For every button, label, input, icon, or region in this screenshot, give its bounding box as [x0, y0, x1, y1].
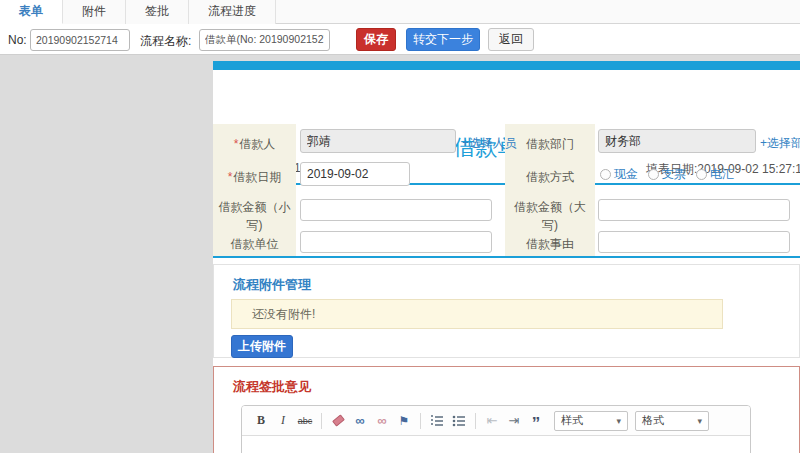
- radio-icon[interactable]: [648, 169, 659, 180]
- attachments-heading: 流程附件管理: [233, 276, 311, 294]
- tab-form[interactable]: 表单: [0, 0, 63, 24]
- strikethrough-icon[interactable]: abc: [296, 411, 314, 431]
- loan-method-group: 现金 支票 电汇: [600, 166, 734, 183]
- toolbar-separator: [420, 413, 421, 429]
- radio-icon[interactable]: [600, 169, 611, 180]
- tab-approval[interactable]: 签批: [126, 0, 189, 24]
- tab-attachments[interactable]: 附件: [63, 0, 126, 24]
- editor-body[interactable]: [242, 436, 750, 453]
- link-icon[interactable]: ∞: [351, 411, 369, 431]
- back-button[interactable]: 返回: [488, 28, 534, 51]
- upload-attachment-button[interactable]: 上传附件: [231, 335, 293, 358]
- screen: 表单 附件 签批 流程进度 No: 流程名称: 保存 转交下一步 返回 借款单 …: [0, 0, 800, 453]
- approval-card: 流程签批意见 B I abc ∞ ∞ ⚑ ⇤ ⇥: [213, 366, 800, 453]
- remove-format-icon[interactable]: [329, 411, 347, 431]
- next-step-button[interactable]: 转交下一步: [406, 28, 480, 51]
- amount-upper-label: 借款金额（大写): [508, 198, 592, 234]
- italic-icon[interactable]: I: [274, 411, 292, 431]
- required-mark: *: [228, 170, 233, 184]
- loan-unit-label: 借款单位: [213, 235, 296, 253]
- no-attachments-alert: 还没有附件!: [231, 299, 723, 329]
- numbered-list-icon[interactable]: [428, 411, 446, 431]
- amount-lower-input[interactable]: [300, 199, 492, 221]
- borrower-input[interactable]: [300, 129, 456, 153]
- chevron-down-icon: ▾: [616, 416, 621, 426]
- divider: [213, 256, 800, 258]
- unlink-icon[interactable]: ∞: [373, 411, 391, 431]
- editor-toolbar: B I abc ∞ ∞ ⚑ ⇤ ⇥ ” 样式: [242, 406, 750, 436]
- bulleted-list-icon[interactable]: [450, 411, 468, 431]
- no-label: No:: [8, 33, 27, 47]
- rich-text-editor: B I abc ∞ ∞ ⚑ ⇤ ⇥ ” 样式: [241, 405, 751, 453]
- radio-icon[interactable]: [696, 169, 707, 180]
- outdent-icon[interactable]: ⇤: [483, 411, 501, 431]
- loan-date-label: *借款日期: [213, 168, 296, 186]
- radio-cash[interactable]: 现金: [600, 166, 638, 183]
- select-department-link[interactable]: +选择部门: [760, 135, 800, 152]
- toolbar: No: 流程名称: 保存 转交下一步 返回: [0, 24, 800, 55]
- chevron-down-icon: ▾: [697, 416, 702, 426]
- loan-date-input[interactable]: [300, 162, 410, 186]
- blockquote-icon[interactable]: ”: [527, 411, 545, 431]
- loan-method-label: 借款方式: [505, 168, 595, 186]
- process-name-label: 流程名称:: [140, 33, 191, 50]
- no-attachments-text: 还没有附件!: [252, 306, 315, 323]
- department-label: 借款部门: [505, 135, 595, 153]
- radio-wire[interactable]: 电汇: [696, 166, 734, 183]
- tab-bar: 表单 附件 签批 流程进度: [0, 0, 800, 24]
- required-mark: *: [234, 137, 239, 151]
- amount-upper-input[interactable]: [598, 199, 790, 221]
- approval-heading: 流程签批意见: [233, 378, 311, 396]
- no-input[interactable]: [30, 29, 130, 51]
- attachments-card: 流程附件管理 还没有附件! 上传附件: [213, 264, 800, 358]
- loan-unit-input[interactable]: [300, 231, 492, 253]
- toolbar-separator: [475, 413, 476, 429]
- borrower-label: *借款人: [213, 135, 296, 153]
- amount-lower-label: 借款金额（小写): [215, 198, 294, 234]
- loan-reason-label: 借款事由: [505, 235, 595, 253]
- tab-progress[interactable]: 流程进度: [189, 0, 276, 24]
- bold-icon[interactable]: B: [252, 411, 270, 431]
- anchor-icon[interactable]: ⚑: [395, 411, 413, 431]
- accent-bar: [213, 61, 800, 70]
- loan-reason-input[interactable]: [598, 231, 790, 253]
- format-dropdown[interactable]: 格式 ▾: [635, 411, 709, 431]
- save-button[interactable]: 保存: [356, 28, 396, 51]
- process-name-input[interactable]: [199, 29, 330, 51]
- indent-icon[interactable]: ⇥: [505, 411, 523, 431]
- styles-dropdown[interactable]: 样式 ▾: [554, 411, 628, 431]
- department-input[interactable]: [598, 129, 756, 153]
- radio-cheque[interactable]: 支票: [648, 166, 686, 183]
- toolbar-separator: [321, 413, 322, 429]
